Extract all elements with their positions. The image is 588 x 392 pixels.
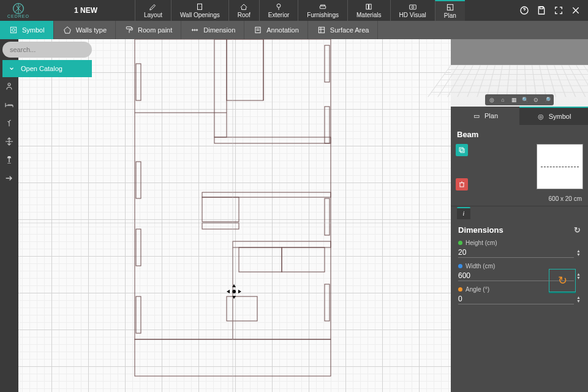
svg-rect-4 xyxy=(366,4,369,9)
zoom-out-icon[interactable]: 🔎 xyxy=(543,96,551,104)
save-icon[interactable] xyxy=(537,6,546,15)
tab-wall-openings[interactable]: Wall Openings xyxy=(171,0,228,21)
svg-rect-34 xyxy=(136,64,141,100)
height-stepper[interactable]: ▲▼ xyxy=(576,249,581,257)
svg-rect-30 xyxy=(239,247,282,272)
svg-rect-15 xyxy=(318,27,324,32)
svg-point-2 xyxy=(277,4,281,7)
duplicate-button[interactable] xyxy=(456,144,468,156)
width-input[interactable]: 600 xyxy=(458,271,574,281)
svg-rect-36 xyxy=(136,229,141,266)
svg-rect-31 xyxy=(282,247,325,272)
object-thumbnail[interactable] xyxy=(537,144,583,189)
svg-rect-40 xyxy=(325,198,330,235)
subtab-room-paint[interactable]: Room paint xyxy=(116,21,181,39)
svg-rect-1 xyxy=(198,4,202,9)
tab-layout[interactable]: Layout xyxy=(135,0,171,21)
svg-point-7 xyxy=(412,6,414,8)
zoom-in-icon[interactable]: 🔍 xyxy=(521,96,529,104)
view-user-icon[interactable]: ◎ xyxy=(488,96,496,104)
help-icon[interactable] xyxy=(519,6,529,15)
top-bar: CEDREO 1 NEW Layout Wall Openings Roof E… xyxy=(0,0,588,21)
tool-arrow-icon[interactable] xyxy=(4,173,15,184)
svg-rect-3 xyxy=(320,6,325,9)
right-panel: ◎ ⌂ ▦ 🔍 ⊙ 🔎 ▭Plan ◎Symbol Beam 600 x 20 … xyxy=(451,39,588,392)
top-right-controls xyxy=(512,0,588,21)
preview-3d[interactable]: ◎ ⌂ ▦ 🔍 ⊙ 🔎 xyxy=(451,39,588,107)
subtab-annotation[interactable]: Annotation xyxy=(244,21,308,39)
brand-logo[interactable]: CEDREO xyxy=(0,0,37,21)
subtab-dimension[interactable]: Dimension xyxy=(181,21,244,39)
angle-dot-icon xyxy=(458,287,462,292)
door-icon xyxy=(194,2,205,11)
subtab-symbol[interactable]: Symbol xyxy=(0,21,54,39)
open-catalog-button[interactable]: Open Catalog xyxy=(2,60,92,77)
dimensions-title: Dimensions xyxy=(458,225,503,235)
cedreo-logo-icon xyxy=(12,2,24,15)
top-tabs: Layout Wall Openings Roof Exterior Furni… xyxy=(135,0,512,21)
fullscreen-icon[interactable] xyxy=(554,6,564,15)
tool-person-icon[interactable] xyxy=(4,81,15,92)
tab-roof[interactable]: Roof xyxy=(228,0,259,21)
svg-point-18 xyxy=(8,83,10,86)
svg-rect-5 xyxy=(369,4,372,9)
camera-icon xyxy=(407,2,418,11)
zoom-reset-icon[interactable]: ⊙ xyxy=(532,96,540,104)
svg-rect-37 xyxy=(136,296,141,333)
svg-rect-13 xyxy=(126,27,131,29)
svg-rect-29 xyxy=(233,241,331,247)
subtab-surface-area[interactable]: Surface Area xyxy=(308,21,379,39)
svg-rect-27 xyxy=(202,197,239,222)
svg-rect-46 xyxy=(459,148,463,151)
subtab-walls-type[interactable]: Walls type xyxy=(54,21,116,39)
svg-rect-33 xyxy=(227,296,257,321)
info-tab: i xyxy=(451,206,588,219)
svg-point-12 xyxy=(12,29,15,32)
tab-plan[interactable]: Plan xyxy=(435,0,465,21)
angle-stepper[interactable]: ▲▼ xyxy=(576,296,581,303)
info-icon[interactable]: i xyxy=(457,207,470,219)
height-input[interactable]: 20 xyxy=(458,247,574,258)
view-grid-icon[interactable]: ▦ xyxy=(510,96,518,104)
tag-icon xyxy=(62,25,72,35)
angle-input[interactable]: 0 xyxy=(458,294,574,304)
tool-bed-icon[interactable] xyxy=(4,99,15,110)
object-row xyxy=(451,141,588,194)
sub-toolbar: Symbol Walls type Room paint Dimension A… xyxy=(0,21,588,39)
svg-rect-6 xyxy=(409,5,416,9)
blueprint-icon xyxy=(445,3,456,12)
tool-move-icon[interactable] xyxy=(4,136,15,147)
tree-icon xyxy=(273,2,284,11)
reset-icon[interactable]: ↻ xyxy=(574,225,581,235)
symbol-icon xyxy=(9,25,18,35)
tab-furnishings[interactable]: Furnishings xyxy=(298,0,347,21)
tool-lamp-icon[interactable] xyxy=(4,154,15,165)
svg-rect-47 xyxy=(460,183,464,187)
svg-rect-28 xyxy=(202,223,239,229)
tab-materials[interactable]: Materials xyxy=(347,0,390,21)
height-label: Height (cm) xyxy=(466,239,497,246)
close-icon[interactable] xyxy=(571,6,581,15)
sofa-icon xyxy=(317,2,328,11)
svg-rect-25 xyxy=(214,137,331,143)
tab-hd-visual[interactable]: HD Visual xyxy=(390,0,435,21)
search-panel: Open Catalog xyxy=(0,39,94,78)
svg-rect-35 xyxy=(136,162,141,198)
tab-exterior[interactable]: Exterior xyxy=(259,0,298,21)
floorplan-canvas[interactable] xyxy=(18,39,451,392)
rp-tab-plan[interactable]: ▭Plan xyxy=(451,107,519,125)
right-panel-tabs: ▭Plan ◎Symbol xyxy=(451,107,588,125)
svg-rect-39 xyxy=(325,107,330,143)
swatch-icon xyxy=(363,2,374,11)
rp-tab-symbol[interactable]: ◎Symbol xyxy=(519,107,588,125)
width-stepper[interactable]: ▲▼ xyxy=(576,273,581,280)
dimensions-section: Dimensions↻ Height (cm) 20▲▼ Width (cm) … xyxy=(451,219,588,298)
delete-button[interactable] xyxy=(456,178,468,190)
svg-rect-11 xyxy=(10,27,16,32)
roof-icon xyxy=(238,2,249,11)
search-box[interactable] xyxy=(2,42,92,58)
view-home-icon[interactable]: ⌂ xyxy=(499,96,507,104)
object-name: Beam xyxy=(451,125,588,141)
search-input[interactable] xyxy=(10,46,94,53)
tool-plant-icon[interactable] xyxy=(4,118,15,129)
